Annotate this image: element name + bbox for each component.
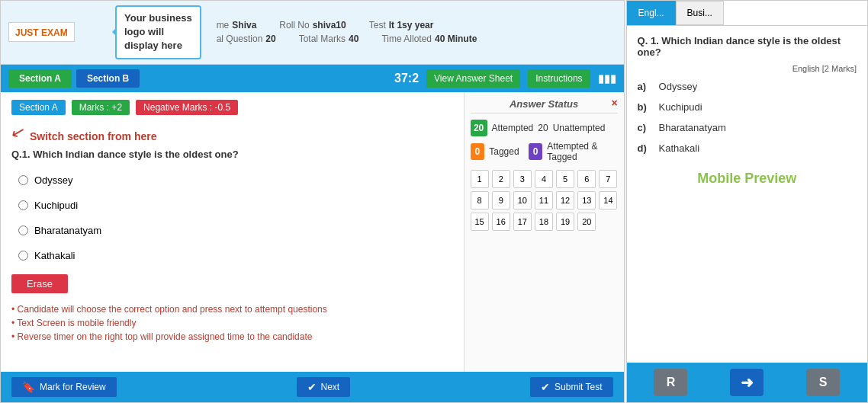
- num-cell-4[interactable]: 4: [535, 170, 553, 188]
- next-button[interactable]: ✔ Next: [297, 377, 351, 397]
- num-cell-8[interactable]: 8: [471, 191, 489, 209]
- num-cell-16[interactable]: 16: [492, 213, 510, 231]
- answer-status-panel: Answer Status × 20 Attempted 20 Unattemp…: [464, 92, 624, 372]
- total-q-value: 20: [265, 34, 275, 44]
- header-info: me Shiva Roll No shiva10 Test It 1sy yea…: [217, 20, 477, 44]
- num-cell-1[interactable]: 1: [471, 170, 489, 188]
- num-cell-10[interactable]: 10: [513, 191, 532, 209]
- option-a-radio[interactable]: [18, 175, 28, 185]
- num-cell-2[interactable]: 2: [492, 170, 510, 188]
- timer-area: 37:2 View Answer Sheet Instructions ▮▮▮: [394, 69, 616, 88]
- bar-chart-icon: ▮▮▮: [598, 72, 616, 85]
- num-cell-11[interactable]: 11: [535, 191, 553, 209]
- header-row-1: me Shiva Roll No shiva10 Test It 1sy yea…: [217, 20, 477, 30]
- num-cell-14[interactable]: 14: [599, 191, 617, 209]
- num-cell-18[interactable]: 18: [535, 213, 553, 231]
- note-2: Text Screen is mobile friendly: [11, 318, 453, 328]
- time-alloted-info: Time Alloted 40 Minute: [381, 34, 477, 44]
- option-c[interactable]: Bharatanatyam: [11, 219, 453, 241]
- section-a-tab[interactable]: Section A: [8, 69, 72, 88]
- right-option-d: d) Kathakali: [638, 142, 857, 154]
- name-info: me Shiva: [217, 20, 257, 30]
- mobile-arrow-button[interactable]: ➜: [730, 369, 764, 396]
- logo-area: JUST EXAM: [8, 22, 108, 42]
- roll-no-value: shiva10: [313, 20, 346, 30]
- logo: JUST EXAM: [8, 22, 75, 42]
- mobile-s-button[interactable]: S: [806, 369, 840, 396]
- right-option-a: a) Odyssey: [638, 81, 857, 92]
- mobile-preview-label: Mobile Preview: [638, 163, 857, 191]
- next-icon: ✔: [307, 381, 317, 393]
- note-3: Reverse timer on the right top will prov…: [11, 331, 453, 342]
- test-value: It 1sy year: [389, 20, 434, 30]
- option-a-label: Odyssey: [34, 174, 73, 186]
- right-tab-english[interactable]: Engl...: [627, 1, 676, 25]
- switch-arrow-icon: ↙: [9, 121, 27, 144]
- total-marks-info: Total Marks 40: [299, 34, 359, 44]
- option-b-label: Kuchipudi: [34, 200, 78, 211]
- num-cell-3[interactable]: 3: [513, 170, 532, 188]
- num-cell-6[interactable]: 6: [577, 170, 596, 188]
- left-panel: JUST EXAM Your business logo will displa…: [0, 0, 625, 403]
- right-header: Engl... Busi...: [627, 1, 867, 26]
- num-cell-12[interactable]: 12: [556, 191, 574, 209]
- mobile-footer: R ➜ S: [627, 363, 867, 402]
- right-option-b: b) Kuchipudi: [638, 101, 857, 113]
- option-b[interactable]: Kuchipudi: [11, 194, 453, 216]
- tagged-label: Tagged: [489, 146, 519, 157]
- section-b-tab[interactable]: Section B: [76, 69, 140, 88]
- option-c-radio[interactable]: [18, 225, 28, 235]
- option-a[interactable]: Odyssey: [11, 169, 453, 191]
- tagged-row: 0 Tagged 0 Attempted & Tagged: [471, 141, 618, 162]
- total-marks-value: 40: [349, 34, 358, 44]
- submit-icon: ✔: [541, 381, 550, 393]
- header-row-2: al Question 20 Total Marks 40 Time Allot…: [217, 34, 477, 44]
- options-list: Odyssey Kuchipudi Bharatanatyam Kathakal…: [11, 169, 453, 267]
- attempted-tagged-badge: 0: [529, 143, 543, 160]
- question-text: Q.1. Which Indian dance style is the old…: [11, 149, 453, 160]
- question-main: Section A Marks : +2 Negative Marks : -0…: [1, 92, 464, 372]
- attempted-label: Attempted: [492, 123, 534, 133]
- num-cell-20[interactable]: 20: [577, 213, 596, 231]
- option-b-radio[interactable]: [18, 200, 28, 210]
- switch-text: Switch section from here: [30, 130, 156, 142]
- mobile-r-button[interactable]: R: [654, 369, 687, 396]
- num-cell-19[interactable]: 19: [556, 213, 574, 231]
- option-d[interactable]: Kathakali: [11, 245, 453, 267]
- section-label: Section A: [11, 100, 66, 115]
- close-button[interactable]: ×: [611, 97, 617, 109]
- footer: 🔖 Mark for Review ✔ Next ✔ Submit Test: [1, 372, 624, 402]
- number-grid: 1234567891011121314151617181920: [471, 170, 618, 231]
- total-q-info: al Question 20: [217, 34, 276, 44]
- unattempted-count: 20: [538, 123, 548, 133]
- num-cell-13[interactable]: 13: [577, 191, 596, 209]
- section-marks-bar: Section A Marks : +2 Negative Marks : -0…: [11, 100, 453, 115]
- submit-test-button[interactable]: ✔ Submit Test: [530, 377, 612, 397]
- num-cell-7[interactable]: 7: [599, 170, 617, 188]
- erase-button[interactable]: Erase: [11, 274, 68, 293]
- mark-review-button[interactable]: 🔖 Mark for Review: [11, 377, 117, 397]
- right-content: Q. 1. Which Indian dance style is the ol…: [627, 26, 867, 363]
- attempted-tagged-label: Attempted & Tagged: [547, 141, 617, 162]
- notes-area: Candidate will choose the correct option…: [11, 304, 453, 342]
- view-answer-sheet-button[interactable]: View Answer Sheet: [426, 69, 520, 88]
- right-marks: English [2 Marks]: [638, 64, 857, 73]
- right-tab-business[interactable]: Busi...: [676, 1, 724, 25]
- num-cell-9[interactable]: 9: [492, 191, 510, 209]
- attempted-badge: 20: [471, 120, 487, 136]
- neg-marks-label: Negative Marks : -0.5: [136, 100, 238, 115]
- right-option-c: c) Bharatanatyam: [638, 122, 857, 133]
- erase-area: Erase: [11, 274, 453, 293]
- roll-no-info: Roll No shiva10: [279, 20, 346, 30]
- business-callout: Your business logo will display here: [115, 5, 201, 59]
- num-cell-5[interactable]: 5: [556, 170, 574, 188]
- num-cell-15[interactable]: 15: [471, 213, 489, 231]
- logo-text: JUST EXAM: [15, 27, 68, 38]
- note-1: Candidate will choose the correct option…: [11, 304, 453, 315]
- marks-label: Marks : +2: [72, 100, 130, 115]
- option-d-radio[interactable]: [18, 251, 28, 261]
- name-value: Shiva: [232, 20, 256, 30]
- instructions-button[interactable]: Instructions: [528, 69, 590, 88]
- sections-bar: Section A Section B 37:2 View Answer She…: [1, 65, 624, 92]
- num-cell-17[interactable]: 17: [513, 213, 532, 231]
